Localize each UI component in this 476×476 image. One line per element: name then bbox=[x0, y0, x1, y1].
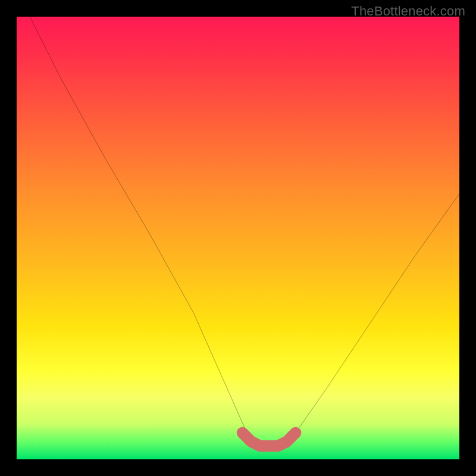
curve-layer bbox=[17, 17, 459, 459]
bottleneck-curve bbox=[30, 17, 459, 446]
watermark-text: TheBottleneck.com bbox=[351, 4, 465, 19]
chart-frame: TheBottleneck.com bbox=[0, 0, 476, 476]
plot-area bbox=[17, 17, 459, 459]
optimal-band bbox=[242, 433, 295, 446]
